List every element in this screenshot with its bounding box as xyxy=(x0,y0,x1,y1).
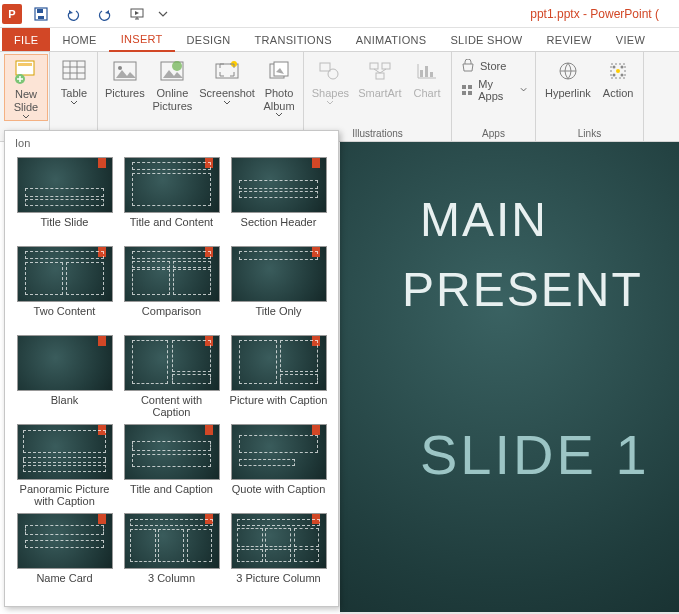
tab-animations[interactable]: ANIMATIONS xyxy=(344,28,439,51)
layout-label: Picture with Caption xyxy=(230,394,328,418)
new-slide-button[interactable]: New Slide xyxy=(4,54,48,121)
tab-review[interactable]: REVIEW xyxy=(535,28,604,51)
svg-rect-18 xyxy=(370,63,378,69)
svg-rect-26 xyxy=(462,91,466,95)
shapes-button[interactable]: Shapes xyxy=(308,54,353,106)
store-label: Store xyxy=(480,60,506,72)
gallery-theme-header: Ion xyxy=(7,133,336,153)
layout-name-card[interactable]: Name Card xyxy=(13,511,116,598)
tab-insert[interactable]: INSERT xyxy=(109,28,175,52)
store-button[interactable]: Store xyxy=(456,57,531,75)
hyperlink-button[interactable]: Hyperlink xyxy=(540,54,596,100)
smartart-icon xyxy=(366,57,394,85)
layout-label: Title Slide xyxy=(41,216,89,240)
photo-album-button[interactable]: Photo Album xyxy=(259,54,299,118)
undo-icon[interactable] xyxy=(60,3,86,25)
tab-design[interactable]: DESIGN xyxy=(175,28,243,51)
table-icon xyxy=(60,57,88,85)
svg-rect-16 xyxy=(320,63,330,71)
layout-thumb xyxy=(231,424,327,480)
start-slideshow-icon[interactable] xyxy=(124,3,150,25)
action-icon xyxy=(604,57,632,85)
table-button[interactable]: Table xyxy=(54,54,94,106)
layout-title-slide[interactable]: Title Slide xyxy=(13,155,116,242)
svg-rect-20 xyxy=(376,73,384,79)
layout-panoramic-picture-with-caption[interactable]: Panoramic Picture with Caption xyxy=(13,422,116,509)
tab-transitions[interactable]: TRANSITIONS xyxy=(243,28,344,51)
tab-slideshow[interactable]: SLIDE SHOW xyxy=(438,28,534,51)
layout-label: Section Header xyxy=(241,216,317,240)
tab-home[interactable]: HOME xyxy=(50,28,108,51)
pictures-icon xyxy=(111,57,139,85)
layout-label: 3 Picture Column xyxy=(236,572,320,596)
smartart-button[interactable]: SmartArt xyxy=(355,54,405,100)
my-apps-label: My Apps xyxy=(478,78,516,102)
photo-album-label: Photo Album xyxy=(263,87,294,112)
chart-button[interactable]: Chart xyxy=(407,54,447,100)
table-label: Table xyxy=(61,87,87,100)
layout-section-header[interactable]: Section Header xyxy=(227,155,330,242)
qat-customize-icon[interactable] xyxy=(156,3,170,25)
layout-title-and-content[interactable]: Title and Content xyxy=(120,155,223,242)
online-pictures-icon xyxy=(158,57,186,85)
svg-point-31 xyxy=(621,66,624,69)
layout-label: Name Card xyxy=(36,572,92,596)
smartart-label: SmartArt xyxy=(358,87,401,100)
layout-thumb xyxy=(124,246,220,302)
save-icon[interactable] xyxy=(28,3,54,25)
chart-icon xyxy=(413,57,441,85)
slide-title-line2: PRESENT xyxy=(402,262,643,317)
svg-rect-19 xyxy=(382,63,390,69)
layout-label: Content with Caption xyxy=(122,394,221,418)
new-slide-icon xyxy=(12,58,40,86)
svg-rect-25 xyxy=(468,85,472,89)
layout-thumb xyxy=(231,335,327,391)
layout-thumb xyxy=(124,513,220,569)
tab-view[interactable]: VIEW xyxy=(604,28,657,51)
svg-rect-23 xyxy=(430,72,433,77)
layout-title-only[interactable]: Title Only xyxy=(227,244,330,331)
slide-subtitle: SLIDE 1 xyxy=(420,422,650,487)
svg-rect-5 xyxy=(18,63,32,66)
svg-rect-1 xyxy=(37,9,43,13)
pictures-button[interactable]: Pictures xyxy=(102,54,148,100)
slide-canvas[interactable]: MAIN PRESENT SLIDE 1 xyxy=(340,142,679,612)
layout-thumb xyxy=(231,513,327,569)
layout-label: Panoramic Picture with Caption xyxy=(15,483,114,507)
online-pictures-button[interactable]: Online Pictures xyxy=(150,54,196,112)
ribbon-tabs: FILE HOME INSERT DESIGN TRANSITIONS ANIM… xyxy=(0,28,679,52)
my-apps-button[interactable]: My Apps xyxy=(456,77,531,103)
svg-point-11 xyxy=(172,61,182,71)
layout-thumb xyxy=(17,424,113,480)
layout-title-and-caption[interactable]: Title and Caption xyxy=(120,422,223,509)
layout-two-content[interactable]: Two Content xyxy=(13,244,116,331)
layout-blank[interactable]: Blank xyxy=(13,333,116,420)
layout-label: Quote with Caption xyxy=(232,483,326,507)
layout-label: Title and Caption xyxy=(130,483,213,507)
svg-point-30 xyxy=(613,66,616,69)
hyperlink-icon xyxy=(554,57,582,85)
layout-thumb xyxy=(231,246,327,302)
slide-layout-gallery: Ion Title SlideTitle and ContentSection … xyxy=(4,130,339,607)
layout-comparison[interactable]: Comparison xyxy=(120,244,223,331)
svg-point-17 xyxy=(328,69,338,79)
redo-icon[interactable] xyxy=(92,3,118,25)
layout-picture-with-caption[interactable]: Picture with Caption xyxy=(227,333,330,420)
layout-quote-with-caption[interactable]: Quote with Caption xyxy=(227,422,330,509)
shapes-icon xyxy=(316,57,344,85)
layout-thumb xyxy=(17,246,113,302)
layout-label: Comparison xyxy=(142,305,201,329)
new-slide-label: New Slide xyxy=(14,88,38,113)
layout-3-column[interactable]: 3 Column xyxy=(120,511,223,598)
layout-3-picture-column[interactable]: 3 Picture Column xyxy=(227,511,330,598)
action-button[interactable]: Action xyxy=(598,54,639,100)
screenshot-button[interactable]: Screenshot xyxy=(197,54,257,106)
powerpoint-icon: P xyxy=(2,4,22,24)
my-apps-icon xyxy=(460,82,474,98)
layout-content-with-caption[interactable]: Content with Caption xyxy=(120,333,223,420)
tab-file[interactable]: FILE xyxy=(2,28,50,51)
group-apps-label: Apps xyxy=(456,128,531,141)
layout-thumb xyxy=(17,157,113,213)
layout-thumb xyxy=(17,513,113,569)
ribbon: New Slide Table Pictures xyxy=(0,52,679,142)
